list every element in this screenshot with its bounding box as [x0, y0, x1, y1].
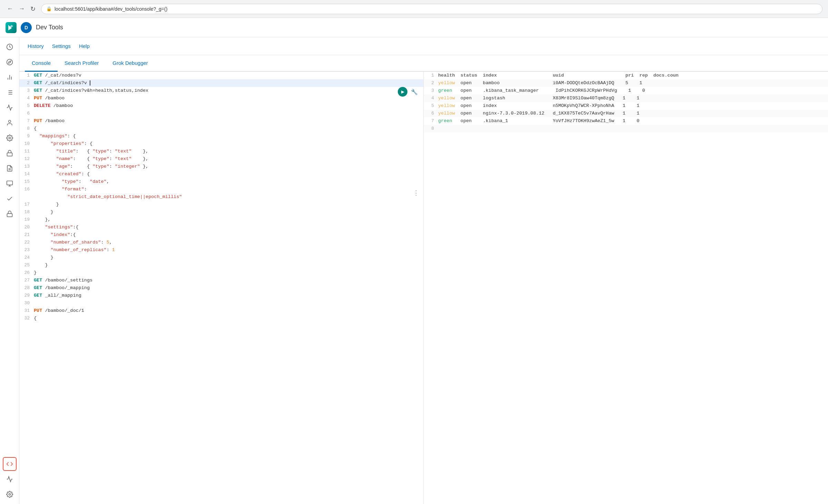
main-area: History Settings Help Console Search Pro… — [0, 37, 828, 504]
result-row-8: 8 — [424, 125, 828, 132]
code-line-29[interactable]: 29 GET _all/_mapping — [19, 292, 423, 299]
code-line-17[interactable]: 17 } — [19, 201, 423, 208]
sidebar-item-clock[interactable] — [3, 40, 17, 54]
code-line-14[interactable]: 14 "created": { — [19, 170, 423, 178]
sidebar-item-settings[interactable] — [3, 487, 17, 501]
sidebar-item-lock[interactable] — [3, 146, 17, 160]
code-line-20[interactable]: 20 "settings":{ — [19, 224, 423, 231]
code-line-22[interactable]: 22 "number_of_shards": 5, — [19, 239, 423, 246]
code-line-1[interactable]: 1 GET /_cat/nodes?v — [19, 72, 423, 79]
result-row-7: 7 green open .kibana_1 YoVfJHz7TOKH9zwAe… — [424, 117, 828, 125]
code-line-30[interactable]: 30 — [19, 299, 423, 307]
result-row-header: 1 health status index uuid pri rep docs.… — [424, 72, 828, 79]
sidebar-item-lock2[interactable] — [3, 207, 17, 221]
svg-rect-17 — [7, 181, 12, 185]
sidebar-item-monitor[interactable] — [3, 177, 17, 190]
sidebar-item-analytics[interactable] — [3, 101, 17, 115]
svg-point-13 — [9, 137, 10, 139]
svg-marker-2 — [8, 61, 11, 63]
svg-rect-14 — [7, 153, 12, 156]
run-button[interactable]: ▶ — [398, 87, 407, 97]
nav-history[interactable]: History — [28, 42, 44, 50]
back-button[interactable]: ← — [6, 4, 14, 14]
code-line-9[interactable]: 9 "mappings": { — [19, 132, 423, 140]
svg-point-12 — [8, 120, 11, 123]
code-line-13[interactable]: 13 "age": { "type": "integer" }, — [19, 163, 423, 170]
code-line-3[interactable]: 3 GET /_cat/indices?v&h=health,status,in… — [19, 87, 423, 95]
nav-help[interactable]: Help — [79, 42, 90, 50]
app-header: D Dev Tools — [0, 18, 828, 37]
top-nav: History Settings Help — [19, 37, 828, 55]
code-line-23[interactable]: 23 "number_of_replicas": 1 — [19, 246, 423, 254]
code-line-7[interactable]: 7 PUT /bamboo — [19, 117, 423, 125]
reload-button[interactable]: ↻ — [29, 4, 37, 14]
code-line-32[interactable]: 32 { — [19, 315, 423, 322]
sidebar — [0, 37, 19, 504]
svg-point-21 — [9, 494, 10, 495]
code-line-15[interactable]: 15 "type": "date", — [19, 178, 423, 186]
app-container: D Dev Tools — [0, 18, 828, 504]
code-line-25[interactable]: 25 } — [19, 261, 423, 269]
lock-icon: 🔒 — [46, 6, 52, 11]
forward-button[interactable]: → — [17, 4, 26, 14]
code-line-8[interactable]: 8 { — [19, 125, 423, 132]
nav-settings[interactable]: Settings — [52, 42, 71, 50]
result-row-4: 4 yellow open logstash X83Mr8I9SlOaw40Tq… — [424, 95, 828, 102]
sidebar-item-gear2[interactable] — [3, 131, 17, 145]
code-line-16[interactable]: 16 "format": — [19, 186, 423, 193]
code-line-10[interactable]: 10 "properties": { — [19, 140, 423, 148]
code-line-19[interactable]: 19 }, — [19, 216, 423, 224]
sidebar-item-compass[interactable] — [3, 55, 17, 69]
content-area: History Settings Help Console Search Pro… — [19, 37, 828, 504]
code-line-2[interactable]: 2 GET /_cat/indices?v — [19, 79, 423, 87]
address-bar[interactable]: 🔒 localhost:5601/app/kibana#/dev_tools/c… — [41, 4, 822, 14]
more-options-button[interactable]: ⋮ — [413, 189, 419, 197]
code-line-31[interactable]: 31 PUT /bamboo/_doc/1 — [19, 307, 423, 315]
sidebar-item-user[interactable] — [3, 116, 17, 130]
result-panel: 1 health status index uuid pri rep docs.… — [424, 72, 828, 504]
editor-area: 1 GET /_cat/nodes?v 2 GET /_cat/indices?… — [19, 72, 828, 504]
sidebar-item-report[interactable] — [3, 161, 17, 175]
app-avatar[interactable]: D — [21, 22, 32, 33]
code-line-16b[interactable]: "strict_date_optional_time||epoch_millis… — [19, 193, 423, 201]
code-line-27[interactable]: 27 GET /bamboo/_settings — [19, 277, 423, 284]
app-title: Dev Tools — [36, 24, 63, 31]
code-line-26[interactable]: 26 } — [19, 269, 423, 277]
svg-rect-20 — [7, 214, 12, 217]
sidebar-item-apm[interactable] — [3, 472, 17, 486]
browser-nav: ← → ↻ — [6, 4, 37, 14]
url-text: localhost:5601/app/kibana#/dev_tools/con… — [55, 6, 167, 12]
code-line-21[interactable]: 21 "index":{ — [19, 231, 423, 239]
wrench-button[interactable]: 🔧 — [410, 87, 419, 97]
code-panel: 1 GET /_cat/nodes?v 2 GET /_cat/indices?… — [19, 72, 424, 504]
code-line-12[interactable]: 12 "name": { "type": "text" }, — [19, 155, 423, 163]
svg-point-1 — [7, 59, 12, 65]
code-line-18[interactable]: 18 } — [19, 208, 423, 216]
result-row-6: 6 yellow open nginx-7.3.0-2019.08.12 d_1… — [424, 110, 828, 117]
tab-grok-debugger[interactable]: Grok Debugger — [106, 55, 155, 72]
result-row-3: 3 green open .kibana_task_manager IdPihC… — [424, 87, 828, 95]
code-line-6[interactable]: 6 — [19, 110, 423, 117]
result-row-2: 2 yellow open bamboo i0AM-DODQteDdzOcBAA… — [424, 79, 828, 87]
code-line-28[interactable]: 28 GET /bamboo/_mapping — [19, 284, 423, 292]
sidebar-item-check[interactable] — [3, 192, 17, 206]
browser-bar: ← → ↻ 🔒 localhost:5601/app/kibana#/dev_t… — [0, 0, 828, 18]
tab-search-profiler[interactable]: Search Profiler — [58, 55, 106, 72]
tab-bar: Console Search Profiler Grok Debugger — [19, 55, 828, 72]
code-line-5[interactable]: 5 DELETE /bamboo — [19, 102, 423, 110]
sidebar-item-devtools[interactable] — [3, 457, 17, 471]
code-line-11[interactable]: 11 "title": { "type": "text" }, — [19, 148, 423, 155]
tab-console[interactable]: Console — [25, 55, 58, 72]
code-line-24[interactable]: 24 } — [19, 254, 423, 261]
sidebar-item-chart[interactable] — [3, 70, 17, 84]
kibana-logo — [6, 22, 17, 33]
result-row-5: 5 yellow open index n5MOKpVhQ7WCR-XPphoN… — [424, 102, 828, 110]
sidebar-item-list[interactable] — [3, 86, 17, 99]
code-editor[interactable]: 1 GET /_cat/nodes?v 2 GET /_cat/indices?… — [19, 72, 423, 504]
code-line-4[interactable]: 4 PUT /bamboo — [19, 95, 423, 102]
line-actions: ▶ 🔧 — [398, 87, 419, 97]
